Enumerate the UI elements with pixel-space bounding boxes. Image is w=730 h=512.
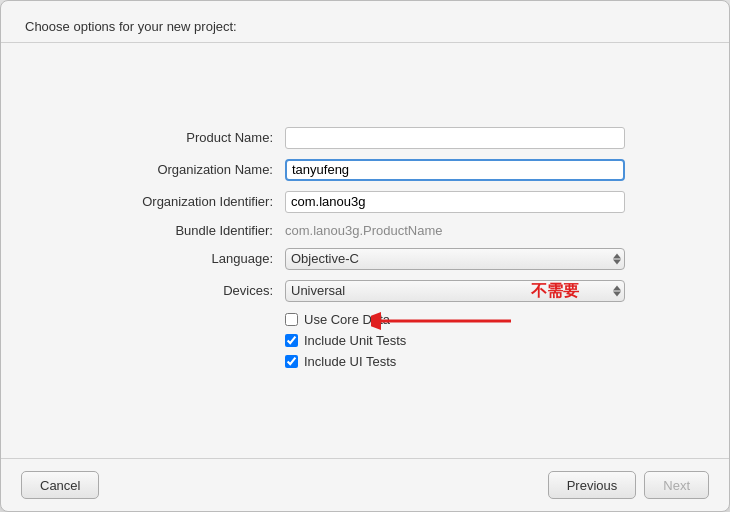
include-ui-tests-label: Include UI Tests <box>304 354 396 369</box>
product-name-field <box>285 127 625 149</box>
next-button[interactable]: Next <box>644 471 709 499</box>
include-unit-tests-label: Include Unit Tests <box>304 333 406 348</box>
product-name-row: Product Name: <box>105 127 625 149</box>
checkboxes-area: Use Core Data Include Unit Tests Include… <box>285 312 625 369</box>
dialog-body: Product Name: Organization Name: Organiz… <box>1 43 729 458</box>
language-label: Language: <box>105 251 285 266</box>
bundle-identifier-field: com.lanou3g.ProductName <box>285 223 625 238</box>
organization-name-field <box>285 159 625 181</box>
language-row: Language: Objective-C Swift <box>105 248 625 270</box>
use-core-data-checkbox[interactable] <box>285 313 298 326</box>
include-ui-tests-row: Include UI Tests <box>285 354 625 369</box>
product-name-label: Product Name: <box>105 130 285 145</box>
language-select[interactable]: Objective-C Swift <box>285 248 625 270</box>
language-select-wrapper: Objective-C Swift <box>285 248 625 270</box>
organization-name-row: Organization Name: <box>105 159 625 181</box>
language-field: Objective-C Swift <box>285 248 625 270</box>
include-ui-tests-checkbox[interactable] <box>285 355 298 368</box>
dialog-header: Choose options for your new project: <box>1 1 729 43</box>
include-unit-tests-row: Include Unit Tests <box>285 333 625 348</box>
devices-field: Universal iPhone iPad <box>285 280 625 302</box>
previous-button[interactable]: Previous <box>548 471 637 499</box>
footer-left: Cancel <box>21 471 99 499</box>
organization-name-input[interactable] <box>285 159 625 181</box>
organization-identifier-label: Organization Identifier: <box>105 194 285 209</box>
organization-identifier-input[interactable] <box>285 191 625 213</box>
bundle-identifier-label: Bundle Identifier: <box>105 223 285 238</box>
devices-select[interactable]: Universal iPhone iPad <box>285 280 625 302</box>
use-core-data-label: Use Core Data <box>304 312 390 327</box>
devices-label: Devices: <box>105 283 285 298</box>
devices-select-wrapper: Universal iPhone iPad <box>285 280 625 302</box>
product-name-input[interactable] <box>285 127 625 149</box>
organization-identifier-field <box>285 191 625 213</box>
organization-identifier-row: Organization Identifier: <box>105 191 625 213</box>
dialog-footer: Cancel Previous Next <box>1 458 729 511</box>
cancel-button[interactable]: Cancel <box>21 471 99 499</box>
dialog-title: Choose options for your new project: <box>25 19 705 34</box>
bundle-identifier-row: Bundle Identifier: com.lanou3g.ProductNa… <box>105 223 625 238</box>
include-unit-tests-checkbox[interactable] <box>285 334 298 347</box>
footer-right: Previous Next <box>548 471 709 499</box>
devices-row: Devices: Universal iPhone iPad <box>105 280 625 302</box>
use-core-data-row: Use Core Data <box>285 312 625 327</box>
dialog: Choose options for your new project: Pro… <box>0 0 730 512</box>
form-container: Product Name: Organization Name: Organiz… <box>105 127 625 375</box>
bundle-identifier-value: com.lanou3g.ProductName <box>285 221 443 240</box>
organization-name-label: Organization Name: <box>105 162 285 177</box>
